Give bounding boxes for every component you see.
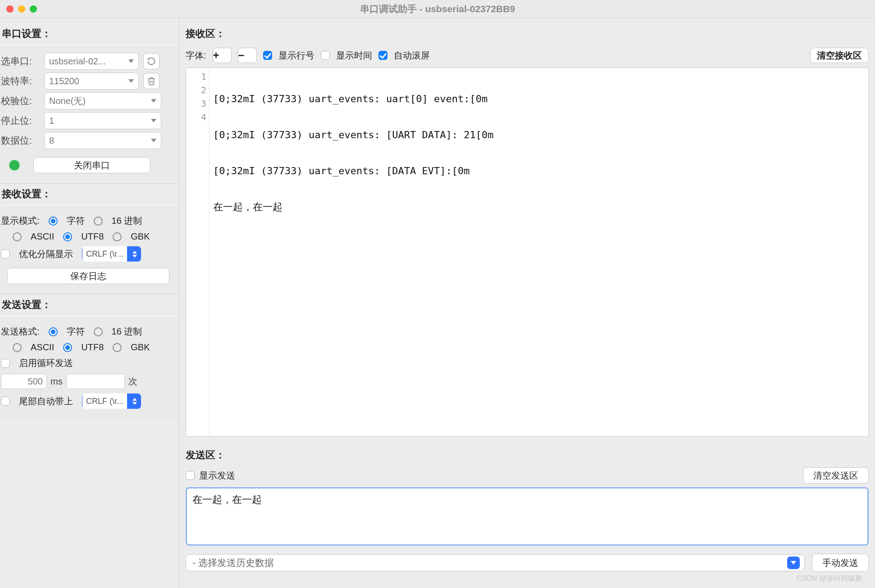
tx-settings-title: 发送设置：	[2, 298, 179, 312]
refresh-icon	[147, 57, 156, 66]
stop-value: 1	[49, 116, 54, 126]
tx-tail-check[interactable]	[1, 397, 10, 406]
show-line-no-label: 显示行号	[278, 50, 314, 62]
sidebar: 串口设置： 选串口: usbserial-02... 波特率: 115200	[0, 18, 179, 588]
port-status-icon	[9, 160, 20, 171]
tx-bottom-bar: - 选择发送历史数据 手动发送	[186, 554, 869, 572]
databits-value: 8	[49, 136, 54, 146]
clear-baud-button[interactable]	[143, 73, 160, 89]
tx-enc-utf8-label: UTF8	[81, 342, 104, 353]
auto-scroll-check[interactable]	[378, 51, 387, 60]
tx-mode-hex-radio[interactable]	[94, 327, 103, 336]
rx-enc-gbk-radio[interactable]	[113, 232, 122, 241]
databits-label: 数据位:	[1, 134, 40, 147]
tx-enc-ascii-radio[interactable]	[13, 343, 22, 352]
rx-optimize-sep-label: 优化分隔显示	[19, 248, 73, 260]
rx-optimize-sep-check[interactable]	[1, 249, 10, 258]
toggle-port-button[interactable]: 关闭串口	[33, 157, 150, 173]
port-settings-group: 选串口: usbserial-02... 波特率: 115200 校验位:	[0, 45, 179, 184]
port-select[interactable]: usbserial-02...	[44, 53, 139, 70]
show-time-label: 显示时间	[336, 50, 372, 62]
rx-sep-value: CRLF (\r...	[82, 246, 127, 262]
log-line: [0;32mI (37733) uart_events: uart[0] eve…	[213, 92, 865, 106]
chevron-down-icon	[787, 556, 800, 569]
baud-label: 波特率:	[1, 75, 40, 87]
tx-enc-gbk-radio[interactable]	[113, 343, 122, 352]
rx-mode-char-radio[interactable]	[49, 217, 58, 226]
stop-select[interactable]: 1	[44, 112, 161, 129]
font-increase-button[interactable]: +	[213, 48, 232, 63]
rx-mode-hex-radio[interactable]	[94, 217, 103, 226]
rx-enc-utf8-label: UTF8	[81, 231, 104, 242]
tx-history-placeholder: - 选择发送历史数据	[192, 556, 274, 569]
show-tx-label: 显示发送	[199, 470, 235, 482]
content-area: 接收区： 字体: + − 显示行号 显示时间 自动滚屏 清空接收区 1 2 3 …	[179, 18, 875, 588]
tx-loop-interval-input[interactable]	[1, 374, 47, 389]
tx-enc-gbk-label: GBK	[131, 342, 150, 353]
tx-mode-char-label: 字符	[67, 326, 85, 338]
select-caret-icon	[132, 251, 137, 258]
tx-settings-group: 发送格式: 字符 16 进制 ASCII UTF8 GBK 启用循环发送 m	[0, 316, 179, 421]
line-no: 2	[186, 83, 206, 97]
parity-select[interactable]: None(无)	[44, 92, 161, 109]
rx-toolbar: 字体: + − 显示行号 显示时间 自动滚屏 清空接收区	[186, 48, 869, 63]
minimize-window-icon[interactable]	[18, 5, 25, 13]
show-time-check[interactable]	[321, 51, 330, 60]
tx-tail-label: 尾部自动带上	[19, 395, 73, 407]
zoom-window-icon[interactable]	[30, 5, 37, 13]
tx-mode-hex-label: 16 进制	[112, 326, 142, 338]
tx-loop-count-input[interactable]	[66, 374, 125, 389]
baud-select[interactable]: 115200	[44, 72, 139, 90]
port-label: 选串口:	[1, 55, 40, 68]
watermark: CSDN @请叫我啸鹏	[797, 574, 862, 583]
font-label: 字体:	[186, 50, 206, 62]
clear-rx-button[interactable]: 清空接收区	[810, 48, 869, 63]
tx-area-title: 发送区：	[186, 448, 869, 462]
titlebar: 串口调试助手 - usbserial-02372BB9	[0, 0, 875, 18]
tx-enc-utf8-radio[interactable]	[63, 343, 72, 352]
clear-tx-button[interactable]: 清空发送区	[803, 467, 869, 484]
show-line-no-check[interactable]	[263, 51, 272, 60]
tx-history-select[interactable]: - 选择发送历史数据	[186, 554, 805, 571]
rx-mode-hex-label: 16 进制	[112, 215, 142, 227]
tx-mode-char-radio[interactable]	[49, 327, 58, 336]
databits-select[interactable]: 8	[44, 132, 161, 149]
tx-loop-count-unit: 次	[128, 375, 137, 388]
trash-icon	[147, 77, 156, 86]
line-no: 1	[186, 70, 206, 83]
rx-sep-select[interactable]: CRLF (\r...	[82, 246, 141, 262]
rx-enc-ascii-radio[interactable]	[13, 232, 22, 241]
close-window-icon[interactable]	[6, 5, 14, 13]
window-controls	[6, 5, 37, 13]
rx-settings-title: 接收设置：	[2, 187, 179, 201]
tx-loop-label: 启用循环发送	[19, 357, 73, 369]
save-log-button[interactable]: 保存日志	[7, 268, 169, 284]
rx-enc-utf8-radio[interactable]	[63, 232, 72, 241]
show-tx-check[interactable]	[186, 471, 195, 480]
stop-label: 停止位:	[1, 114, 40, 127]
rx-mode-char-label: 字符	[67, 215, 85, 227]
window-title: 串口调试助手 - usbserial-02372BB9	[0, 3, 875, 15]
rx-mode-label: 显示模式:	[1, 215, 40, 227]
rx-enc-ascii-label: ASCII	[31, 231, 54, 242]
rx-area-title: 接收区：	[186, 27, 869, 41]
refresh-port-button[interactable]	[143, 53, 160, 69]
log-line: [0;32mI (37733) uart_events: [UART DATA]…	[213, 128, 865, 142]
line-no: 3	[186, 97, 206, 110]
parity-label: 校验位:	[1, 95, 40, 107]
tx-loop-check[interactable]	[1, 359, 10, 368]
tx-tail-select[interactable]: CRLF (\r...	[82, 394, 141, 409]
font-decrease-button[interactable]: −	[238, 48, 257, 63]
baud-value: 115200	[49, 76, 79, 86]
tx-input[interactable]	[186, 487, 869, 546]
send-button[interactable]: 手动发送	[812, 554, 869, 572]
port-value: usbserial-02...	[49, 56, 106, 67]
rx-log: [0;32mI (37733) uart_events: uart[0] eve…	[210, 68, 868, 436]
select-caret-icon	[132, 398, 137, 405]
auto-scroll-label: 自动滚屏	[394, 50, 430, 62]
log-line: [0;32mI (37733) uart_events: [DATA EVT]:…	[213, 164, 865, 178]
rx-log-area[interactable]: 1 2 3 4 [0;32mI (37733) uart_events: uar…	[186, 68, 869, 437]
tx-toolbar: 显示发送 清空发送区	[186, 467, 869, 484]
tx-format-label: 发送格式:	[1, 326, 40, 338]
log-line: 在一起，在一起	[213, 200, 865, 214]
